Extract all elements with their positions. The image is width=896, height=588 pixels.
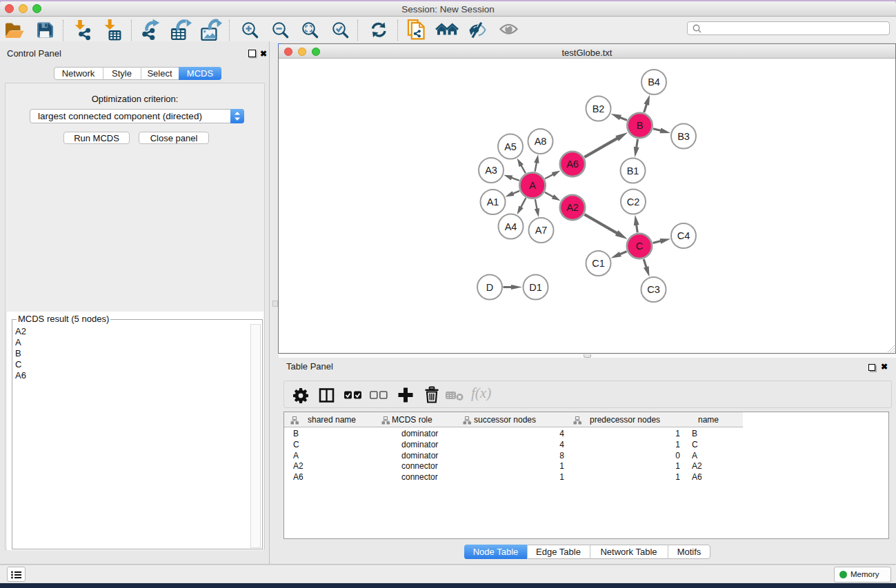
svg-text:A4: A4 [505, 221, 517, 232]
svg-text:A5: A5 [504, 141, 517, 152]
svg-text:A7: A7 [535, 225, 548, 236]
svg-text:C: C [636, 241, 643, 252]
svg-text:C3: C3 [647, 284, 660, 295]
svg-text:B1: B1 [627, 165, 639, 176]
svg-text:B: B [637, 120, 644, 131]
svg-text:C2: C2 [627, 196, 640, 207]
svg-text:C4: C4 [677, 230, 690, 241]
svg-text:A3: A3 [485, 165, 497, 176]
svg-text:A1: A1 [487, 196, 499, 207]
svg-text:C1: C1 [592, 258, 605, 269]
svg-text:D: D [486, 282, 493, 293]
svg-text:B4: B4 [648, 77, 660, 88]
svg-text:B3: B3 [677, 131, 690, 142]
svg-text:A2: A2 [566, 202, 579, 213]
svg-text:B2: B2 [593, 103, 605, 114]
svg-text:A6: A6 [566, 159, 579, 170]
svg-text:D1: D1 [529, 282, 542, 293]
svg-text:A: A [529, 180, 536, 191]
svg-text:A8: A8 [535, 136, 547, 147]
